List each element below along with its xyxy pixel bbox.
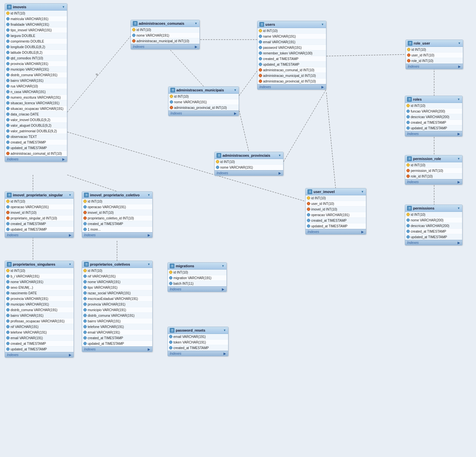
- footer-arrow-icon[interactable]: ▶: [321, 85, 324, 89]
- footer-arrow-icon[interactable]: ▶: [62, 157, 65, 161]
- footer-arrow-icon[interactable]: ▶: [222, 287, 224, 291]
- expand-icon-user_imovel[interactable]: ▼: [361, 190, 364, 193]
- table-proprietarios_singulares[interactable]: ☰proprietarios_singulares▼id INT(10)b_i …: [5, 261, 74, 358]
- table-imovel_proprietario_singular[interactable]: ☰imovel_proprietario_singular▼id INT(10)…: [5, 191, 74, 238]
- expand-icon-role_user[interactable]: ▼: [458, 42, 461, 45]
- pk-icon: [6, 200, 10, 203]
- table-header-imoveis[interactable]: ☰imoveis▼: [5, 4, 67, 11]
- table-header-imovel_proprietario_coletivo[interactable]: ☰imovel_proprietario_coletivo▼: [82, 192, 152, 199]
- expand-icon-administracoes_municipais[interactable]: ▼: [234, 88, 237, 92]
- field-text: descricao VARCHAR(200): [411, 224, 449, 228]
- expand-icon-proprietarios_singulares[interactable]: ▼: [69, 263, 72, 266]
- table-footer-permission_role[interactable]: Indexes▶: [405, 179, 462, 184]
- table-permissions[interactable]: ☰permissions▼id INT(10)nome VARCHAR(200)…: [405, 205, 462, 245]
- fk-icon: [406, 175, 410, 178]
- expand-icon-imovel_proprietario_singular[interactable]: ▼: [69, 193, 72, 197]
- table-roles[interactable]: ☰roles▼id INT(10)funcao VARCHAR(200)desc…: [405, 96, 462, 137]
- table-role_user[interactable]: ☰role_user▼id INT(10)user_id INT(10)role…: [405, 40, 463, 69]
- table-header-proprietarios_singulares[interactable]: ☰proprietarios_singulares▼: [5, 261, 74, 268]
- table-header-imovel_proprietario_singular[interactable]: ☰imovel_proprietario_singular▼: [5, 192, 74, 199]
- table-proprietarios_coletivos[interactable]: ☰proprietarios_coletivos▼id INT(10)nif V…: [82, 261, 153, 352]
- table-header-role_user[interactable]: ☰role_user▼: [406, 40, 463, 47]
- pk-icon: [216, 160, 219, 163]
- table-footer-roles[interactable]: Indexes▶: [405, 131, 462, 136]
- table-footer-password_resets[interactable]: Indexes▶: [168, 351, 228, 356]
- footer-arrow-icon[interactable]: ▶: [458, 180, 460, 184]
- expand-icon-permissions[interactable]: ▼: [457, 207, 460, 210]
- footer-arrow-icon[interactable]: ▶: [223, 352, 226, 355]
- table-password_resets[interactable]: ☰password_resets▼email VARCHAR(191)token…: [167, 327, 228, 356]
- table-permission_role[interactable]: ☰permission_role▼id INT(10)permission_id…: [405, 155, 462, 185]
- table-footer-administracoes_comunais[interactable]: Indexes▶: [131, 44, 199, 49]
- footer-arrow-icon[interactable]: ▶: [195, 45, 197, 49]
- field-text: qtd_comodios INT(10): [11, 56, 43, 60]
- table-icon-permission_role: ☰: [407, 156, 412, 161]
- pk-icon: [83, 269, 87, 272]
- table-header-administracoes_provinciais[interactable]: ☰administracoes_provinciais▼: [215, 152, 283, 159]
- table-footer-proprietarios_coletivos[interactable]: Indexes▶: [82, 346, 152, 352]
- table-header-users[interactable]: ☰users▼: [257, 21, 326, 28]
- field-text: migration VARCHAR(191): [173, 276, 211, 280]
- table-row: id INT(10): [405, 162, 462, 168]
- expand-icon-proprietarios_coletivos[interactable]: ▼: [147, 263, 150, 266]
- table-footer-migrations[interactable]: Indexes▶: [168, 286, 226, 292]
- table-migrations[interactable]: ☰migrations▼id INT(10)migration VARCHAR(…: [167, 262, 227, 292]
- expand-icon-imovel_proprietario_coletivo[interactable]: ▼: [147, 193, 150, 197]
- table-footer-imovel_proprietario_coletivo[interactable]: Indexes▶: [82, 232, 152, 238]
- footer-arrow-icon[interactable]: ▶: [69, 353, 72, 357]
- expand-icon-migrations[interactable]: ▼: [222, 264, 224, 268]
- table-footer-users[interactable]: Indexes▶: [257, 84, 326, 89]
- table-header-password_resets[interactable]: ☰password_resets▼: [168, 327, 228, 334]
- regular-icon: [6, 303, 10, 306]
- table-footer-administracoes_municipais[interactable]: Indexes▶: [168, 111, 239, 116]
- expand-icon-administracoes_provinciais[interactable]: ▼: [278, 154, 281, 157]
- footer-arrow-icon[interactable]: ▶: [69, 233, 72, 237]
- footer-arrow-icon[interactable]: ▶: [148, 347, 150, 351]
- expand-icon-administracoes_comunais[interactable]: ▼: [194, 22, 197, 25]
- expand-icon-users[interactable]: ▼: [321, 23, 324, 26]
- table-footer-administracoes_provinciais[interactable]: Indexes▶: [215, 170, 283, 176]
- table-footer-user_imovel[interactable]: Indexes▶: [306, 229, 366, 234]
- table-header-roles[interactable]: ☰roles▼: [405, 96, 462, 103]
- table-footer-proprietarios_singulares[interactable]: Indexes▶: [5, 352, 74, 357]
- table-header-proprietarios_coletivos[interactable]: ☰proprietarios_coletivos▼: [82, 261, 152, 268]
- indexes-label: Indexes: [170, 112, 182, 115]
- expand-icon-roles[interactable]: ▼: [457, 98, 460, 101]
- footer-arrow-icon[interactable]: ▶: [234, 112, 237, 115]
- table-administracoes_provinciais[interactable]: ☰administracoes_provinciais▼id INT(10)no…: [214, 152, 283, 176]
- expand-icon-password_resets[interactable]: ▼: [223, 329, 226, 332]
- table-row: id INT(10): [405, 212, 462, 217]
- table-footer-imovel_proprietario_singular[interactable]: Indexes▶: [5, 232, 74, 238]
- field-text: token VARCHAR(191): [173, 341, 206, 344]
- table-administracoes_municipais[interactable]: ☰administracoes_municipais▼id INT(10)nom…: [168, 86, 239, 116]
- table-header-user_imovel[interactable]: ☰user_imovel▼: [306, 188, 366, 195]
- footer-arrow-icon[interactable]: ▶: [458, 241, 460, 245]
- table-row: administracao_municipal_id INT(10): [257, 73, 326, 79]
- field-text: administracao_comunal_id INT(10): [11, 152, 62, 155]
- regular-icon: [83, 205, 87, 209]
- footer-arrow-icon[interactable]: ▶: [279, 171, 281, 175]
- table-header-administracoes_municipais[interactable]: ☰administracoes_municipais▼: [168, 87, 239, 94]
- field-text: updated_at TIMESTAMP: [11, 146, 47, 150]
- table-user_imovel[interactable]: ☰user_imovel▼id INT(10)user_id INT(10)im…: [305, 188, 366, 235]
- table-footer-imoveis[interactable]: Indexes▶: [5, 156, 67, 162]
- footer-arrow-icon[interactable]: ▶: [361, 230, 364, 234]
- table-footer-role_user[interactable]: Indexes▶: [406, 64, 463, 69]
- expand-icon-permission_role[interactable]: ▼: [457, 157, 460, 160]
- footer-arrow-icon[interactable]: ▶: [458, 65, 461, 68]
- table-imovel_proprietario_coletivo[interactable]: ☰imovel_proprietario_coletivo▼id INT(10)…: [82, 191, 153, 238]
- table-imoveis[interactable]: ☰imoveis▼id INT(10)matricula VARCHAR(191…: [5, 3, 67, 162]
- table-administracoes_comunais[interactable]: ☰administracoes_comunais▼id INT(10)nome …: [131, 20, 200, 49]
- table-header-administracoes_comunais[interactable]: ☰administracoes_comunais▼: [131, 20, 199, 27]
- footer-arrow-icon[interactable]: ▶: [148, 233, 150, 237]
- table-header-migrations[interactable]: ☰migrations▼: [168, 263, 226, 270]
- table-header-permissions[interactable]: ☰permissions▼: [405, 205, 462, 212]
- table-users[interactable]: ☰users▼id INT(10)name VARCHAR(191)email …: [257, 21, 326, 90]
- regular-icon: [169, 276, 172, 279]
- expand-icon-imoveis[interactable]: ▼: [62, 5, 65, 9]
- footer-arrow-icon[interactable]: ▶: [458, 132, 460, 136]
- table-footer-permissions[interactable]: Indexes▶: [405, 240, 462, 245]
- table-header-permission_role[interactable]: ☰permission_role▼: [405, 155, 462, 162]
- fk-icon: [259, 68, 262, 72]
- field-text: nif VARCHAR(191): [11, 325, 39, 329]
